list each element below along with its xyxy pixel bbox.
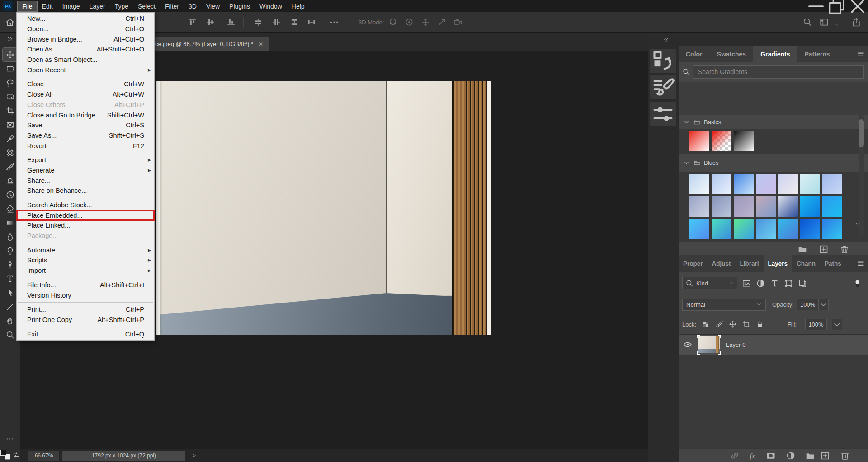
fill-dropdown-icon[interactable] bbox=[832, 319, 842, 330]
menu-file[interactable]: File bbox=[18, 1, 37, 11]
gradient-swatch-blues-18[interactable] bbox=[756, 219, 776, 239]
tab-adjust[interactable]: Adjust bbox=[708, 255, 736, 272]
tab-librari[interactable]: Librari bbox=[736, 255, 764, 272]
gradient-swatch-blues-19[interactable] bbox=[778, 219, 798, 239]
status-expand-arrow[interactable]: > bbox=[193, 453, 196, 459]
swap-colors-icon[interactable] bbox=[12, 451, 20, 459]
scrollbar-thumb[interactable] bbox=[859, 119, 864, 147]
menu-item-close[interactable]: CloseCtrl+W bbox=[17, 79, 154, 89]
restore-button[interactable] bbox=[826, 0, 847, 12]
menu-item-print-one-copy[interactable]: Print One CopyAlt+Shift+Ctrl+P bbox=[17, 315, 154, 325]
menu-item-file-info[interactable]: File Info...Alt+Shift+Ctrl+I bbox=[17, 280, 154, 290]
frame-tool[interactable] bbox=[3, 118, 17, 131]
menu-item-search-adobe-stock[interactable]: Search Adobe Stock... bbox=[17, 200, 154, 210]
tab-paths[interactable]: Paths bbox=[820, 255, 846, 272]
gradient-swatch-blues-13[interactable] bbox=[800, 196, 820, 217]
layer-style-icon[interactable]: fx bbox=[749, 451, 759, 461]
blur-tool[interactable] bbox=[3, 230, 17, 243]
gradient-swatch-blues-6[interactable] bbox=[800, 174, 820, 194]
gradient-swatch-blues-17[interactable] bbox=[734, 219, 754, 239]
document-image[interactable] bbox=[156, 81, 491, 335]
filter-pixel-layers-icon[interactable] bbox=[742, 279, 751, 288]
align-bottom-edges-icon[interactable] bbox=[226, 17, 236, 27]
menu-item-revert[interactable]: RevertF12 bbox=[17, 140, 154, 151]
foreground-background-colors[interactable] bbox=[0, 450, 10, 460]
gradient-swatch-blues-21[interactable] bbox=[822, 219, 842, 239]
history-brush-tool[interactable] bbox=[3, 188, 17, 201]
menu-item-save-as[interactable]: Save As...Shift+Ctrl+S bbox=[17, 131, 154, 141]
gradient-swatch-blues-20[interactable] bbox=[800, 219, 820, 239]
gradient-swatch-blues-7[interactable] bbox=[822, 174, 842, 194]
link-layers-icon[interactable] bbox=[730, 451, 740, 461]
scroll-down-icon[interactable] bbox=[854, 220, 861, 227]
pan-3d-camera-icon[interactable] bbox=[420, 17, 430, 27]
document-dimensions[interactable]: 1792 px x 1024 px (72 ppi) bbox=[62, 451, 185, 461]
menu-item-open-recent[interactable]: Open Recent▶ bbox=[17, 65, 154, 75]
menu-item-print[interactable]: Print...Ctrl+P bbox=[17, 304, 154, 315]
menu-item-close-and-go-to-bridge[interactable]: Close and Go to Bridge...Shift+Ctrl+W bbox=[17, 110, 154, 120]
menu-item-export[interactable]: Export▶ bbox=[17, 155, 154, 165]
distribute-vertical-centers-icon[interactable] bbox=[271, 17, 281, 27]
search-icon[interactable] bbox=[802, 17, 812, 27]
chevron-down-icon[interactable] bbox=[834, 19, 840, 29]
filter-shape-layers-icon[interactable] bbox=[784, 279, 793, 288]
filter-smart-objects-icon[interactable] bbox=[798, 279, 807, 288]
menu-item-exit[interactable]: ExitCtrl+Q bbox=[17, 329, 154, 339]
opacity-dropdown-icon[interactable] bbox=[819, 299, 829, 310]
menu-item-scripts[interactable]: Scripts▶ bbox=[17, 255, 154, 266]
tab-patterns[interactable]: Patterns bbox=[797, 46, 837, 62]
align-top-edges-icon[interactable] bbox=[187, 17, 197, 27]
object-selection-tool[interactable] bbox=[3, 90, 17, 103]
gradient-swatch-blues-12[interactable] bbox=[778, 196, 798, 217]
lasso-tool[interactable] bbox=[3, 76, 17, 89]
delete-icon[interactable] bbox=[840, 244, 849, 254]
line-tool[interactable] bbox=[3, 300, 17, 313]
delete-layer-icon[interactable] bbox=[840, 451, 850, 461]
menu-item-automate[interactable]: Automate▶ bbox=[17, 245, 154, 255]
menu-item-generate[interactable]: Generate▶ bbox=[17, 165, 154, 176]
filter-toggle-icon[interactable] bbox=[853, 279, 862, 288]
lock-artboard-icon[interactable] bbox=[742, 320, 750, 328]
tab-layers[interactable]: Layers bbox=[764, 255, 793, 272]
new-layer-icon[interactable] bbox=[820, 451, 830, 461]
distribute-top-icon[interactable] bbox=[253, 17, 263, 27]
collapse-panels-icon[interactable] bbox=[662, 37, 670, 43]
search-gradients-input[interactable] bbox=[693, 65, 864, 79]
gradient-swatch-blues-16[interactable] bbox=[712, 219, 731, 239]
crop-tool[interactable] bbox=[3, 104, 17, 117]
gradient-swatch-blues-9[interactable] bbox=[712, 196, 731, 217]
gradient-tool[interactable] bbox=[3, 216, 17, 229]
menu-help[interactable]: Help bbox=[287, 1, 309, 11]
menu-item-browse-in-bridge[interactable]: Browse in Bridge...Alt+Ctrl+O bbox=[17, 34, 154, 44]
close-button[interactable] bbox=[847, 0, 868, 12]
roll-3d-camera-icon[interactable] bbox=[404, 17, 414, 27]
zoom-level-field[interactable]: 66.67% bbox=[28, 451, 59, 461]
add-mask-icon[interactable] bbox=[766, 451, 776, 461]
align-vertical-centers-icon[interactable] bbox=[206, 17, 216, 27]
menu-item-save[interactable]: SaveCtrl+S bbox=[17, 120, 154, 131]
tab-swatches[interactable]: Swatches bbox=[710, 46, 754, 62]
camera-3d-icon[interactable] bbox=[453, 17, 463, 27]
zoom-tool[interactable] bbox=[3, 328, 17, 341]
gradient-swatch-blues-4[interactable] bbox=[756, 174, 776, 194]
eyedropper-tool[interactable] bbox=[3, 132, 17, 145]
tab-close-icon[interactable]: ✕ bbox=[259, 41, 263, 47]
expand-toolbar-icon[interactable] bbox=[6, 36, 14, 42]
gradient-group-basics[interactable]: Basics bbox=[679, 115, 868, 129]
filter-type-layers-icon[interactable] bbox=[770, 279, 779, 288]
menu-image[interactable]: Image bbox=[58, 1, 85, 11]
menu-select[interactable]: Select bbox=[133, 1, 160, 11]
gradient-group-blues[interactable]: Blues bbox=[679, 154, 868, 172]
tab-proper[interactable]: Proper bbox=[679, 255, 708, 272]
layer-row[interactable]: Layer 0 bbox=[679, 335, 868, 355]
new-group-icon[interactable] bbox=[797, 244, 807, 254]
gradient-swatch-black-to-white[interactable] bbox=[734, 131, 754, 151]
path-selection-tool[interactable] bbox=[3, 286, 17, 299]
filter-adjustment-layers-icon[interactable] bbox=[756, 279, 765, 288]
dock-panel-history-button[interactable] bbox=[650, 49, 676, 73]
slide-3d-camera-icon[interactable] bbox=[437, 17, 447, 27]
gradient-swatch-blues-3[interactable] bbox=[734, 174, 754, 194]
menu-item-close-all[interactable]: Close AllAlt+Ctrl+W bbox=[17, 89, 154, 100]
menu-window[interactable]: Window bbox=[255, 1, 287, 11]
menu-item-place-linked[interactable]: Place Linked... bbox=[17, 220, 154, 231]
